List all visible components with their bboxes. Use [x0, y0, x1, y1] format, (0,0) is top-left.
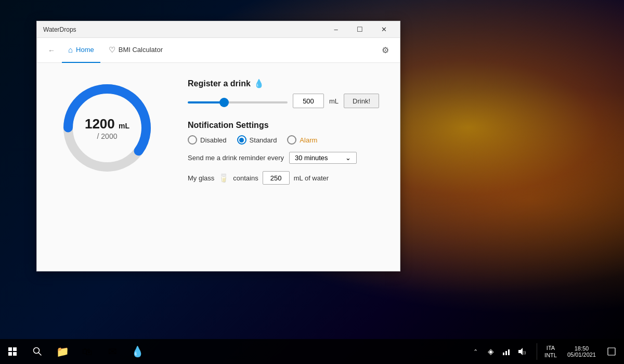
- main-content: 1200 mL / 2000 Register a drink 💧 500: [37, 63, 400, 271]
- glass-prefix: My glass: [188, 174, 214, 182]
- tray-volume-button[interactable]: )): [515, 344, 529, 359]
- radio-label-disabled: Disabled: [200, 136, 227, 144]
- tray-locale[interactable]: ITA INTL: [541, 344, 560, 359]
- register-title: Register a drink 💧: [188, 79, 379, 88]
- home-icon: ⌂: [68, 45, 73, 54]
- tray-network-button[interactable]: [499, 344, 514, 359]
- drink-button[interactable]: Drink!: [344, 94, 379, 108]
- radio-standard[interactable]: Standard: [237, 135, 277, 145]
- dropdown-chevron-icon: ⌄: [345, 154, 351, 162]
- taskbar-explorer-button[interactable]: 📁: [50, 339, 75, 364]
- radio-label-standard: Standard: [250, 136, 277, 144]
- water-amount: 1200 mL: [85, 116, 129, 132]
- windows-logo-icon: [8, 347, 17, 356]
- amount-slider[interactable]: [188, 101, 288, 103]
- clock-time: 18:50: [575, 345, 589, 352]
- tab-bmi-label: BMI Calculator: [119, 46, 163, 54]
- taskbar-store-button[interactable]: 🛍: [75, 339, 100, 364]
- reminder-row: Send me a drink reminder every 30 minute…: [188, 152, 379, 164]
- notification-options: Disabled Standard Alarm: [188, 135, 379, 145]
- glass-suffix: mL of water: [294, 174, 329, 182]
- svg-text:)): )): [523, 350, 526, 355]
- volume-icon: )): [517, 347, 527, 356]
- register-drink-section: Register a drink 💧 500 mL Drink!: [188, 79, 379, 108]
- tray-expand-icon: ⌃: [473, 348, 478, 355]
- notification-settings-section: Notification Settings Disabled Standard: [188, 121, 379, 185]
- nav-bar: ← ⌂ Home ♡ BMI Calculator ⚙: [37, 38, 400, 63]
- tray-dropbox-button[interactable]: ◈: [484, 344, 498, 359]
- settings-button[interactable]: ⚙: [377, 42, 394, 59]
- radio-circle-alarm: [287, 135, 296, 145]
- radio-dot-standard: [239, 138, 244, 142]
- back-icon: ←: [48, 46, 55, 55]
- maximize-button[interactable]: ☐: [348, 21, 372, 38]
- start-button[interactable]: [0, 339, 25, 364]
- svg-rect-9: [608, 348, 615, 355]
- taskbar-right: ⌃ ◈ )) ITA INTL: [465, 339, 624, 364]
- svg-rect-5: [505, 351, 507, 355]
- taskbar: 📁 🛍 ✉ 💧 ⌃ ◈: [0, 339, 624, 364]
- glass-icon: 🥛: [218, 173, 229, 183]
- notif-title: Notification Settings: [188, 121, 379, 130]
- water-goal: / 2000: [97, 132, 118, 140]
- water-progress-chart: 1200 mL / 2000: [58, 79, 157, 177]
- system-clock[interactable]: 18:50 05/01/2021: [562, 345, 601, 358]
- glass-contains: contains: [233, 174, 258, 182]
- radio-label-alarm: Alarm: [300, 136, 317, 144]
- amount-input[interactable]: 500: [293, 94, 324, 108]
- network-icon: [502, 347, 511, 356]
- notification-center-button[interactable]: [603, 339, 620, 364]
- window-controls: – ☐ ✕: [324, 21, 396, 38]
- taskbar-mail-button[interactable]: ✉: [100, 339, 125, 364]
- dropbox-icon: ◈: [488, 347, 494, 356]
- back-button[interactable]: ←: [43, 42, 60, 59]
- locale-label: ITA: [547, 344, 555, 352]
- taskbar-search-button[interactable]: [25, 339, 50, 364]
- search-icon: [33, 347, 42, 356]
- store-icon: 🛍: [82, 346, 93, 358]
- svg-marker-7: [518, 348, 523, 355]
- right-panel: Register a drink 💧 500 mL Drink! Notific…: [188, 79, 379, 185]
- tray-separator: [537, 343, 537, 360]
- radio-disabled[interactable]: Disabled: [188, 135, 227, 145]
- reminder-select[interactable]: 30 minutes ⌄: [289, 152, 357, 164]
- tray-chevron-button[interactable]: ⌃: [468, 344, 483, 359]
- donut-center: 1200 mL / 2000: [58, 79, 157, 177]
- minimize-button[interactable]: –: [324, 21, 348, 38]
- glass-row: My glass 🥛 contains 250 mL of water: [188, 171, 379, 185]
- settings-icon: ⚙: [382, 45, 389, 55]
- svg-rect-4: [503, 353, 504, 355]
- tab-home-label: Home: [76, 46, 94, 54]
- svg-line-3: [38, 353, 41, 355]
- clock-date: 05/01/2021: [567, 352, 596, 358]
- water-drop-icon: 💧: [254, 79, 264, 88]
- reminder-value: 30 minutes: [295, 154, 328, 162]
- ml-unit-label: mL: [329, 97, 339, 105]
- radio-circle-disabled: [188, 135, 197, 145]
- taskbar-waterdrops-button[interactable]: 💧: [125, 339, 150, 364]
- window-title: WaterDrops: [43, 26, 76, 33]
- title-bar: WaterDrops – ☐ ✕: [37, 21, 400, 38]
- waterdrops-taskbar-icon: 💧: [131, 345, 144, 358]
- mail-icon: ✉: [108, 345, 117, 358]
- app-window: WaterDrops – ☐ ✕ ← ⌂ Home ♡ BMI Calculat…: [36, 21, 400, 271]
- svg-rect-6: [508, 349, 510, 355]
- tray-icons: ⌃ ◈ )): [465, 344, 532, 359]
- bmi-icon: ♡: [109, 45, 115, 55]
- glass-input[interactable]: 250: [263, 171, 290, 185]
- locale-intl-label: INTL: [544, 352, 557, 359]
- taskbar-left: 📁 🛍 ✉ 💧: [0, 339, 150, 364]
- reminder-label: Send me a drink reminder every: [188, 154, 284, 162]
- notification-bell-icon: [607, 347, 616, 356]
- explorer-icon: 📁: [56, 345, 69, 358]
- drink-row: 500 mL Drink!: [188, 94, 379, 108]
- radio-alarm[interactable]: Alarm: [287, 135, 317, 145]
- tab-bmi[interactable]: ♡ BMI Calculator: [102, 38, 169, 63]
- radio-circle-standard: [237, 135, 246, 145]
- close-button[interactable]: ✕: [372, 21, 396, 38]
- tab-home[interactable]: ⌂ Home: [62, 38, 100, 63]
- amount-slider-container: [188, 96, 288, 106]
